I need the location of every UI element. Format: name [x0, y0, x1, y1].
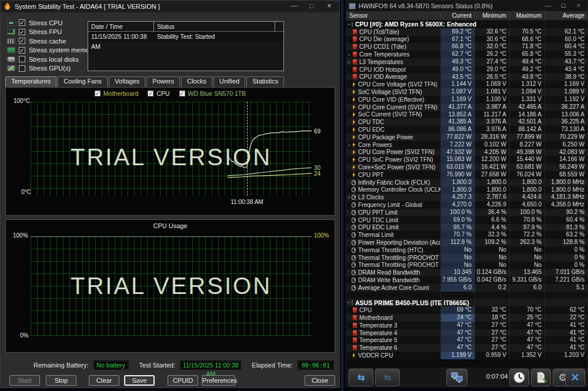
sensor-row[interactable]: Memory Controller Clock (UCLK)1,800.0 MH…	[346, 186, 587, 194]
collapse-expander-icon[interactable]: ›	[346, 22, 352, 27]
col-maximum[interactable]: Maximum	[509, 11, 544, 20]
sensor-row[interactable]: ›L3 Clocks4,257.3 MHz2,787.6 MHz4,424.6 …	[346, 193, 587, 201]
sensor-row[interactable]: DRAM Read Bandwidth10.345 GB/s0.124 GB/s…	[346, 269, 587, 276]
sensor-row[interactable]: CPU Core Voltage (SVI2 TFN)1.144 V1.069 …	[346, 81, 587, 88]
sensor-row[interactable]: CPU TDC Limit69.0 %6.6 %70.8 %60.4 %	[346, 216, 587, 224]
sensor-row[interactable]: CPU SoC Power (SVI2 TFN)15.083 W12.200 W…	[346, 156, 587, 163]
expander-icon[interactable]: ›	[346, 51, 352, 58]
stop-button[interactable]: Stop	[46, 375, 76, 386]
sensor-row[interactable]: SoC Voltage (SVI2 TFN)1.087 V1.081 V1.09…	[346, 88, 587, 96]
sensor-row[interactable]: CPU EDC Limit95.7 %4.4 %97.9 %81.3 %	[346, 224, 587, 232]
sensor-group-header[interactable]: ›ASUS PRIME B450-PLUS (ITE IT8665E)	[346, 299, 587, 306]
sensor-row[interactable]: CPU Core Power (SVI2 TFN)47.932 W4.205 W…	[346, 149, 587, 156]
cpuid-button[interactable]: CPUID	[168, 375, 198, 386]
sensor-current: 75.990 W	[440, 171, 475, 179]
tab-temperatures[interactable]: Temperatures	[5, 76, 56, 87]
checkbox-checked[interactable]: ✓	[19, 47, 25, 54]
start-button[interactable]: Start	[9, 375, 40, 386]
sensor-row[interactable]: ›Core Temperatures62.7 °C26.2 °C65.8 °C5…	[346, 51, 587, 58]
minimize-icon[interactable]: —	[540, 1, 556, 11]
legend-label: CPU	[156, 90, 169, 97]
checkbox-checked[interactable]: ✓	[19, 19, 25, 26]
sensor-row[interactable]: CPU TDC41.385 A3.976 A42.501 A36.225 A	[346, 118, 587, 126]
col-average[interactable]: Average	[544, 11, 587, 20]
tab-voltages[interactable]: Voltages	[109, 76, 145, 87]
tab-cooling-fans[interactable]: Cooling Fans	[58, 76, 108, 87]
checkbox-checked[interactable]: ✓	[95, 91, 101, 96]
sensor-row[interactable]: CPU IOD Average43.5 °C26.5 °C43.8 °C38.9…	[346, 73, 587, 81]
maximize-icon[interactable]: □	[556, 1, 571, 11]
sensor-row[interactable]: Motherboard24 °C18 °C25 °C22 °C	[346, 314, 587, 322]
close-sensors-button[interactable]: ✕	[565, 369, 585, 386]
checkbox-checked[interactable]: ✓	[179, 91, 185, 96]
col-sensor[interactable]: Sensor	[346, 11, 440, 20]
sensor-row[interactable]: Average Active Core Count6.00.26.05.1	[346, 284, 587, 292]
sensor-row[interactable]: CPU PPT Limit100.0 %36.4 %100.0 %90.2 %	[346, 209, 587, 216]
tab-unified[interactable]: Unified	[213, 76, 245, 87]
log-col-datetime[interactable]: Date / Time	[88, 22, 154, 31]
sensor-row[interactable]: CPU EDC86.086 A3.976 A88.142 A73.130 A	[346, 126, 587, 133]
expand-columns-button[interactable]: ⇆	[349, 369, 373, 386]
tab-statistics[interactable]: Statistics	[246, 76, 284, 87]
sensor-row[interactable]: CPU (Tctl/Tdie)69.2 °C32.6 °C70.5 °C62.1…	[346, 28, 587, 36]
sensor-row[interactable]: Infinity Fabric Clock (FCLK)1,800.0 MHz1…	[346, 179, 587, 186]
sensor-row[interactable]: Core+SoC Power (SVI2 TFN)63.015 W16.421 …	[346, 163, 587, 171]
sensor-row[interactable]: Temperature 447 °C27 °C47 °C41 °C	[346, 329, 587, 337]
clear-button[interactable]: Clear	[89, 375, 119, 386]
checkbox-unchecked[interactable]	[19, 65, 25, 72]
sensor-row[interactable]: Thermal Throttling (PROCHOT EXT)NoNoNo0 …	[346, 262, 587, 269]
expander-icon[interactable]: ›	[346, 142, 352, 148]
sensor-row[interactable]: Frequency Limit - Global4,270.0 MHz4,226…	[346, 201, 587, 209]
sensor-row[interactable]: SoC Current (SVI2 TFN)13.852 A11.217 A14…	[346, 111, 587, 119]
tab-clocks[interactable]: Clocks	[181, 76, 212, 87]
sensor-name-cell: ›L3 Clocks	[346, 193, 440, 201]
collapse-columns-button[interactable]: ⇆	[375, 369, 400, 386]
sensor-row[interactable]: Power Reporting Deviation (Accu...112.8 …	[346, 239, 587, 246]
checkbox-checked[interactable]: ✓	[19, 29, 25, 35]
checkbox-checked[interactable]: ✓	[19, 38, 25, 44]
sensor-row[interactable]: VDDCR CPU1.199 V0.959 V1.352 V1.203 V	[346, 352, 587, 359]
clock-button[interactable]	[509, 369, 529, 386]
col-current[interactable]: Current	[440, 11, 475, 20]
tab-powers[interactable]: Powers	[146, 76, 180, 87]
sensor-row[interactable]: CPU Core VID (Effective)1.169 V1.100 V1.…	[346, 96, 587, 103]
sensor-row[interactable]: Thermal Limit70.7 %32.3 %72.2 %63.2 %	[346, 231, 587, 239]
sensor-row[interactable]: CPU IOD Hotspot49.0 °C29.0 °C49.2 °C43.4…	[346, 66, 587, 73]
sensor-row[interactable]: ›L3 Temperatures49.3 °C27.4 °C49.4 °C43.…	[346, 58, 587, 66]
checkbox-checked[interactable]: ✓	[148, 91, 153, 96]
close-icon[interactable]: ×	[571, 1, 586, 11]
sensor-row[interactable]: CPU Core Current (SVI2 TFN)41.377 A3.987…	[346, 103, 587, 111]
sensor-row[interactable]: CPU69 °C32 °C70 °C62 °C	[346, 306, 587, 314]
preferences-button[interactable]: Preferences	[202, 375, 235, 386]
sensor-row[interactable]: Temperature 647 °C27 °C47 °C41 °C	[346, 344, 587, 352]
hwinfo-titlebar[interactable]: HWiNFO® 64 v8.34-5870 Sensors Status (0.…	[346, 1, 587, 11]
sensor-row[interactable]: Thermal Throttling (PROCHOT CPU)NoNoNo0 …	[346, 254, 587, 262]
collapse-expander-icon[interactable]: ›	[346, 300, 352, 305]
sensor-row[interactable]: DRAM Write Bandwidth7.955 GB/s0.042 GB/s…	[346, 276, 587, 284]
sensor-average: 43.4 °C	[544, 66, 587, 73]
log-row[interactable]: 11/15/2025 11:00:38 AMStability Test: St…	[88, 32, 283, 42]
col-minimum[interactable]: Minimum	[475, 11, 509, 20]
sensor-group-header[interactable]: ›CPU [#0]: AMD Ryzen 5 5600X: Enhanced	[346, 21, 587, 28]
remote-monitoring-button[interactable]	[446, 369, 467, 386]
arrows-inward-icon: ⇆	[384, 372, 392, 383]
report-button[interactable]	[531, 369, 551, 386]
log-col-status[interactable]: Status	[154, 22, 275, 31]
save-button[interactable]: Save	[124, 375, 155, 386]
close-icon[interactable]: ×	[320, 1, 338, 12]
expander-icon[interactable]: ›	[346, 59, 352, 65]
aida64-titlebar[interactable]: System Stability Test - AIDA64 [ TRIAL V…	[1, 1, 339, 12]
sensor-row[interactable]: Thermal Throttling (HTC)NoNoNo0 %	[346, 246, 587, 254]
sensor-row[interactable]: CPU CCD1 (Tdie)66.8 °C32.0 °C71.8 °C60.4…	[346, 43, 587, 51]
sensor-row[interactable]: CPU PPT75.990 W27.658 W76.024 W68.559 W	[346, 171, 587, 179]
sensor-row[interactable]: ›Core Powers7.222 W0.102 W8.227 W6.250 W	[346, 141, 587, 149]
checkbox-unchecked[interactable]	[19, 56, 25, 62]
sensor-row[interactable]: CPU Package Power77.822 W28.316 W77.899 …	[346, 133, 587, 141]
maximize-icon[interactable]: □	[303, 1, 320, 12]
expander-icon[interactable]: ›	[346, 194, 352, 200]
sensor-row[interactable]: Temperature 547 °C27 °C47 °C41 °C	[346, 336, 587, 344]
sensor-row[interactable]: CPU Die (average)67.1 °C30.6 °C68.6 °C60…	[346, 36, 587, 44]
close-button[interactable]: Close	[305, 375, 335, 386]
minimize-icon[interactable]: —	[285, 1, 303, 12]
sensor-row[interactable]: Temperature 347 °C27 °C47 °C41 °C	[346, 322, 587, 329]
